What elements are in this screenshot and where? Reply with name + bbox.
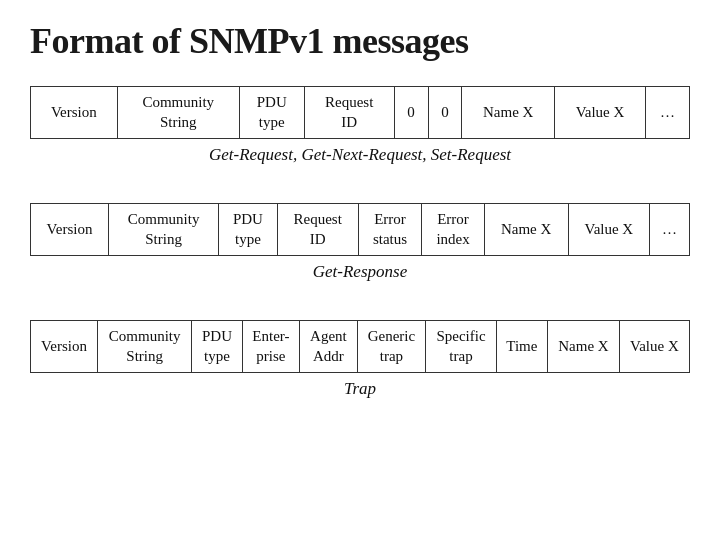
table-cell-0-2: PDUtype — [239, 87, 304, 139]
page-title: Format of SNMPv1 messages — [30, 20, 690, 62]
get-response-section: VersionCommunityStringPDUtypeRequestIDEr… — [30, 203, 690, 302]
table-cell-1-7: Value X — [568, 204, 650, 256]
table-cell-1-1: CommunityString — [109, 204, 219, 256]
table-cell-1-3: RequestID — [277, 204, 358, 256]
section-label-0: Get-Request, Get-Next-Request, Set-Reque… — [30, 145, 690, 165]
table-cell-0-5: 0 — [428, 87, 462, 139]
table-cell-0-0: Version — [31, 87, 118, 139]
table-cell-2-2: PDUtype — [192, 321, 242, 373]
table-cell-1-5: Errorindex — [422, 204, 485, 256]
table-cell-2-1: CommunityString — [97, 321, 192, 373]
table-cell-2-5: Generictrap — [357, 321, 426, 373]
table-cell-2-7: Time — [496, 321, 547, 373]
table-cell-0-6: Name X — [462, 87, 555, 139]
table-get-response-section: VersionCommunityStringPDUtypeRequestIDEr… — [30, 203, 690, 256]
table-cell-1-8: … — [650, 204, 690, 256]
table-cell-1-2: PDUtype — [219, 204, 277, 256]
table-cell-2-0: Version — [31, 321, 98, 373]
trap-section: VersionCommunityStringPDUtypeEnter-prise… — [30, 320, 690, 419]
table-cell-1-0: Version — [31, 204, 109, 256]
table-cell-0-8: … — [645, 87, 689, 139]
table-cell-0-4: 0 — [394, 87, 428, 139]
table-cell-2-4: AgentAddr — [300, 321, 357, 373]
table-cell-0-3: RequestID — [304, 87, 394, 139]
table-cell-0-1: CommunityString — [117, 87, 239, 139]
get-request-section: VersionCommunityStringPDUtypeRequestID00… — [30, 86, 690, 185]
section-label-2: Trap — [30, 379, 690, 399]
table-cell-0-7: Value X — [555, 87, 646, 139]
table-cell-1-4: Errorstatus — [358, 204, 422, 256]
table-get-request-section: VersionCommunityStringPDUtypeRequestID00… — [30, 86, 690, 139]
table-cell-2-9: Value X — [619, 321, 689, 373]
section-label-1: Get-Response — [30, 262, 690, 282]
table-cell-2-6: Specifictrap — [426, 321, 497, 373]
table-cell-1-6: Name X — [484, 204, 568, 256]
table-cell-2-8: Name X — [548, 321, 620, 373]
table-cell-2-3: Enter-prise — [242, 321, 300, 373]
table-trap-section: VersionCommunityStringPDUtypeEnter-prise… — [30, 320, 690, 373]
